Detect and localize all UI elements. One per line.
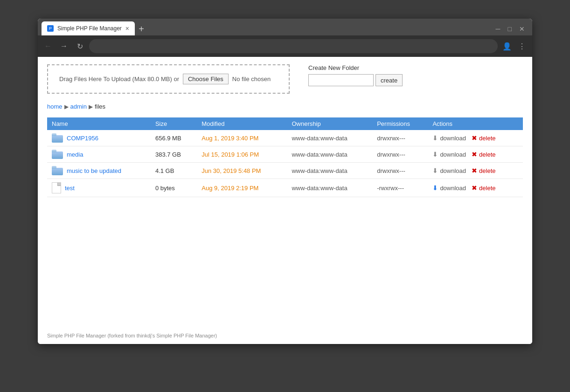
download-label: download (440, 167, 466, 174)
reload-button[interactable]: ↻ (73, 40, 86, 53)
file-table: Name Size Modified Ownership Permissions… (47, 117, 523, 197)
delete-button[interactable]: ✖delete (472, 134, 495, 142)
no-file-text: No file chosen (232, 76, 271, 83)
breadcrumb-home[interactable]: home (47, 103, 63, 110)
col-ownership: Ownership (287, 117, 372, 130)
address-bar[interactable] (89, 39, 498, 53)
file-name-link[interactable]: music to be updated (67, 167, 121, 174)
delete-button[interactable]: ✖delete (472, 184, 495, 192)
new-folder-label: Create New Folder (308, 64, 403, 71)
minimize-button[interactable]: ─ (496, 25, 500, 33)
profile-button[interactable]: 👤 (500, 40, 514, 53)
permissions-cell: drwxrwx--- (372, 130, 428, 146)
size-cell: 0 bytes (151, 179, 197, 197)
table-header-row: Name Size Modified Ownership Permissions… (47, 117, 523, 130)
delete-button[interactable]: ✖delete (472, 167, 495, 174)
upload-zone-text: Drag Files Here To Upload (Max 80.0 MB) … (59, 76, 179, 83)
size-cell: 656.9 MB (151, 130, 197, 146)
ownership-cell: www-data:www-data (287, 146, 372, 163)
delete-icon: ✖ (472, 167, 477, 174)
actions-cell: ⬇download✖delete (428, 146, 523, 163)
page-content: Drag Files Here To Upload (Max 80.0 MB) … (38, 57, 532, 327)
new-tab-button[interactable]: + (135, 22, 148, 35)
permissions-cell: -rwxrwx--- (372, 179, 428, 197)
table-row: music to be updated4.1 GBJun 30, 2019 5:… (47, 163, 523, 179)
download-icon: ⬇ (432, 184, 438, 192)
tab-close-button[interactable]: × (125, 25, 129, 32)
footer-text: Simple PHP File Manager (forked from thi… (47, 333, 217, 338)
actions-cell: ⬇download✖delete (428, 163, 523, 179)
browser-tab[interactable]: P Simple PHP File Manager × (42, 21, 135, 35)
col-size: Size (151, 117, 197, 130)
actions-cell: ⬇download✖delete (428, 130, 523, 146)
breadcrumb-arrow-2: ▶ (89, 103, 93, 110)
delete-icon: ✖ (472, 184, 477, 192)
folder-icon (52, 133, 63, 143)
delete-button[interactable]: ✖delete (472, 151, 495, 158)
new-folder-input[interactable] (308, 74, 374, 86)
file-name-link[interactable]: test (65, 185, 75, 192)
size-cell: 383.7 GB (151, 146, 197, 163)
delete-label: delete (479, 185, 495, 192)
tab-favicon: P (47, 25, 54, 32)
table-row: media383.7 GBJul 15, 2019 1:06 PMwww-dat… (47, 146, 523, 163)
download-button[interactable]: ⬇download (432, 184, 466, 192)
download-button[interactable]: ⬇download (432, 134, 466, 142)
close-window-button[interactable]: ✕ (519, 25, 525, 33)
choose-files-button[interactable]: Choose Files (183, 74, 229, 84)
download-icon: ⬇ (432, 134, 438, 142)
modified-cell: Jun 30, 2019 5:48 PM (197, 163, 287, 179)
page-footer: Simple PHP File Manager (forked from thi… (38, 327, 532, 344)
breadcrumb: home ▶ admin ▶ files (47, 103, 523, 110)
col-name: Name (47, 117, 151, 130)
file-icon (52, 182, 61, 193)
download-label: download (440, 135, 466, 142)
back-button[interactable]: ← (42, 40, 55, 53)
ownership-cell: www-data:www-data (287, 179, 372, 197)
file-name-link[interactable]: COMP1956 (67, 135, 98, 142)
delete-label: delete (479, 135, 495, 142)
maximize-button[interactable]: □ (508, 25, 512, 33)
modified-cell: Jul 15, 2019 1:06 PM (197, 146, 287, 163)
download-button[interactable]: ⬇download (432, 151, 466, 158)
new-folder-section: Create New Folder create (308, 64, 403, 86)
download-label: download (440, 185, 466, 192)
name-cell: COMP1956 (47, 130, 151, 146)
tab-bar: P Simple PHP File Manager × + ─ □ ✕ (38, 19, 532, 35)
modified-cell: Aug 1, 2019 3:40 PM (197, 130, 287, 146)
delete-label: delete (479, 167, 495, 174)
name-cell: test (47, 179, 151, 197)
new-folder-row: create (308, 74, 403, 86)
upload-zone[interactable]: Drag Files Here To Upload (Max 80.0 MB) … (47, 64, 290, 94)
download-label: download (440, 151, 466, 158)
navigation-bar: ← → ↻ 👤 ⋮ (38, 35, 532, 57)
top-controls: Drag Files Here To Upload (Max 80.0 MB) … (47, 64, 523, 94)
size-cell: 4.1 GB (151, 163, 197, 179)
name-cell: media (47, 146, 151, 163)
tab-title: Simple PHP File Manager (57, 25, 122, 32)
table-row: test0 bytesAug 9, 2019 2:19 PMwww-data:w… (47, 179, 523, 197)
actions-cell: ⬇download✖delete (428, 179, 523, 197)
col-actions: Actions (428, 117, 523, 130)
breadcrumb-admin[interactable]: admin (70, 103, 87, 110)
download-button[interactable]: ⬇download (432, 167, 466, 174)
file-name-link[interactable]: media (67, 151, 83, 158)
name-cell: music to be updated (47, 163, 151, 179)
breadcrumb-current: files (95, 103, 105, 110)
folder-icon (52, 166, 63, 175)
col-permissions: Permissions (372, 117, 428, 130)
ownership-cell: www-data:www-data (287, 163, 372, 179)
create-folder-button[interactable]: create (375, 74, 403, 86)
download-icon: ⬇ (432, 167, 438, 174)
modified-cell: Aug 9, 2019 2:19 PM (197, 179, 287, 197)
table-row: COMP1956656.9 MBAug 1, 2019 3:40 PMwww-d… (47, 130, 523, 146)
ownership-cell: www-data:www-data (287, 130, 372, 146)
delete-label: delete (479, 151, 495, 158)
col-modified: Modified (197, 117, 287, 130)
breadcrumb-arrow-1: ▶ (64, 103, 69, 110)
menu-button[interactable]: ⋮ (515, 40, 528, 53)
permissions-cell: drwxrwx--- (372, 163, 428, 179)
download-icon: ⬇ (432, 151, 438, 158)
forward-button[interactable]: → (57, 40, 70, 53)
folder-icon (52, 150, 63, 159)
